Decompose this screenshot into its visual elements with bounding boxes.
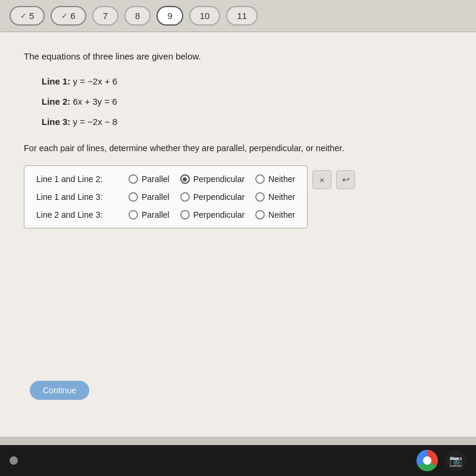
radio-group-2: ParallelPerpendicularNeither	[129, 210, 295, 220]
nav-item-10[interactable]: 10	[189, 6, 221, 26]
radio-circle-parallel-1	[129, 192, 138, 202]
radio-option-perpendicular-1[interactable]: Perpendicular	[180, 192, 245, 202]
check-icon: ✓	[61, 11, 68, 20]
nav-item-9[interactable]: 9	[156, 6, 183, 26]
undo-button[interactable]: ↩	[336, 170, 355, 189]
radio-label-parallel-1: Parallel	[142, 192, 170, 202]
radio-label-neither-1: Neither	[268, 192, 295, 202]
continue-button[interactable]: Continue	[30, 381, 89, 400]
radio-option-neither-1[interactable]: Neither	[255, 192, 295, 202]
nav-item-6[interactable]: ✓ 6	[51, 6, 86, 26]
radio-option-parallel-1[interactable]: Parallel	[129, 192, 170, 202]
pair-label-1: Line 1 and Line 3:	[36, 192, 129, 202]
taskbar-right: 📷	[416, 450, 466, 471]
radio-label-neither-2: Neither	[268, 210, 295, 220]
radio-option-perpendicular-2[interactable]: Perpendicular	[180, 210, 245, 220]
radio-group-0: ParallelPerpendicularNeither	[129, 174, 295, 184]
action-buttons: × ↩	[312, 170, 355, 189]
radio-circle-neither-2	[255, 210, 265, 220]
nav-bar: ✓ 5✓ 67891011	[0, 0, 476, 32]
equation-item: Line 3: y = −2x − 8	[42, 115, 452, 129]
radio-option-neither-2[interactable]: Neither	[255, 210, 295, 220]
radio-circle-perpendicular-0	[180, 174, 190, 184]
nav-item-5[interactable]: ✓ 5	[10, 6, 45, 26]
taskbar-left	[10, 456, 23, 465]
camera-icon-container[interactable]: 📷	[445, 450, 466, 471]
taskbar-circle-icon	[10, 456, 18, 465]
answer-box: Line 1 and Line 2:ParallelPerpendicularN…	[24, 165, 308, 228]
radio-label-perpendicular-2: Perpendicular	[193, 210, 245, 220]
radio-option-parallel-2[interactable]: Parallel	[129, 210, 170, 220]
equation-item: Line 1: y = −2x + 6	[42, 74, 452, 89]
instruction-text: For each pair of lines, determine whethe…	[24, 142, 452, 155]
pair-label-0: Line 1 and Line 2:	[36, 174, 129, 184]
pair-label-2: Line 2 and Line 3:	[36, 210, 129, 220]
radio-circle-neither-0	[255, 174, 265, 184]
radio-circle-perpendicular-2	[180, 210, 190, 220]
radio-label-parallel-2: Parallel	[142, 210, 170, 220]
nav-item-7[interactable]: 7	[92, 6, 118, 26]
chrome-icon[interactable]	[416, 450, 438, 471]
answer-row-0: Line 1 and Line 2:ParallelPerpendicularN…	[36, 174, 295, 184]
radio-circle-parallel-2	[129, 210, 138, 220]
radio-label-parallel-0: Parallel	[142, 174, 170, 184]
radio-circle-parallel-0	[129, 174, 138, 184]
main-content: The equations of three lines are given b…	[0, 32, 476, 437]
radio-circle-perpendicular-1	[180, 192, 190, 202]
check-icon: ✓	[20, 11, 27, 20]
radio-circle-neither-1	[255, 192, 265, 202]
nav-item-11[interactable]: 11	[226, 6, 258, 26]
equation-list: Line 1: y = −2x + 6Line 2: 6x + 3y = 6Li…	[42, 74, 452, 129]
equation-item: Line 2: 6x + 3y = 6	[42, 95, 452, 109]
radio-option-perpendicular-0[interactable]: Perpendicular	[180, 174, 245, 184]
radio-label-perpendicular-1: Perpendicular	[193, 192, 245, 202]
radio-option-neither-0[interactable]: Neither	[255, 174, 295, 184]
nav-item-8[interactable]: 8	[124, 6, 151, 26]
radio-label-neither-0: Neither	[268, 174, 295, 184]
taskbar: 📷	[0, 445, 476, 476]
radio-group-1: ParallelPerpendicularNeither	[129, 192, 295, 202]
answer-row-1: Line 1 and Line 3:ParallelPerpendicularN…	[36, 192, 295, 202]
camera-icon: 📷	[449, 454, 462, 467]
question-intro: The equations of three lines are given b…	[24, 50, 452, 64]
x-button[interactable]: ×	[312, 170, 331, 189]
answer-row-2: Line 2 and Line 3:ParallelPerpendicularN…	[36, 210, 295, 220]
radio-label-perpendicular-0: Perpendicular	[193, 174, 245, 184]
radio-option-parallel-0[interactable]: Parallel	[129, 174, 170, 184]
